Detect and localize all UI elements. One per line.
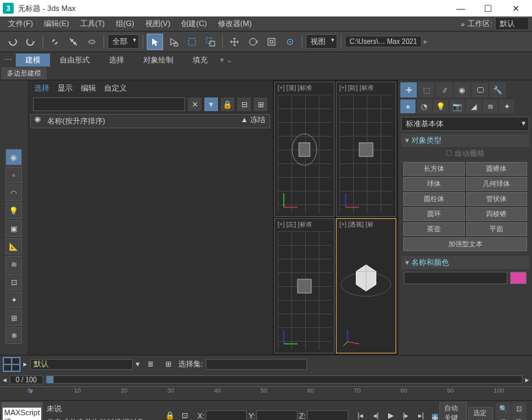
helpers-subtab[interactable]: ◢ xyxy=(466,100,481,113)
layer-dropdown-icon[interactable]: ▾ xyxy=(136,360,140,369)
expand-tree-icon[interactable]: ▸ xyxy=(23,360,27,369)
lights-subtab[interactable]: 💡 xyxy=(433,100,448,113)
display-tab[interactable]: 🖵 xyxy=(472,82,488,97)
display-geom-icon[interactable]: ▫ xyxy=(5,167,22,183)
rotate-button[interactable] xyxy=(245,34,261,50)
hierarchy-tab[interactable]: ⫽ xyxy=(436,82,452,97)
display-cameras-icon[interactable]: ▣ xyxy=(5,220,22,237)
expand-icon[interactable]: ⊞ xyxy=(254,97,267,111)
systems-subtab[interactable]: ✦ xyxy=(499,100,514,113)
namecolor-rollout[interactable]: 名称和颜色 xyxy=(401,256,529,269)
zoom-button[interactable]: 🔍 xyxy=(496,402,511,415)
select-window-button[interactable] xyxy=(202,34,219,50)
timeslider-left-icon[interactable]: ◂ xyxy=(3,375,7,384)
viewport-front-label[interactable]: [+] [前] [标准 xyxy=(339,84,374,93)
display-shapes-icon[interactable]: ◠ xyxy=(5,185,22,201)
motion-tab[interactable]: ◉ xyxy=(454,82,470,97)
placement-button[interactable] xyxy=(282,34,298,50)
maxscript-listener[interactable]: MAXScript 迷 xyxy=(1,402,43,420)
list-col-name[interactable]: 名称(按升序排序) xyxy=(45,115,235,128)
utilities-tab[interactable]: 🔧 xyxy=(489,82,506,97)
viewport-top-label[interactable]: [+] [顶] [标准 xyxy=(278,84,312,93)
object-name-input[interactable] xyxy=(404,272,507,284)
selection-filter-dropdown[interactable]: 全部 xyxy=(108,34,139,49)
lock-selection-icon[interactable]: 🔒 xyxy=(163,409,177,421)
viewport-left-label[interactable]: [+] [左] [标准 xyxy=(278,220,312,229)
scene-search-input[interactable] xyxy=(33,97,185,111)
object-color-swatch[interactable] xyxy=(510,272,527,284)
viewport-top[interactable]: [+] [顶] [标准 xyxy=(274,82,335,217)
viewport-layout-button[interactable] xyxy=(3,357,21,372)
display-bone-icon[interactable]: ✦ xyxy=(5,292,22,308)
display-groups-icon[interactable]: ⊡ xyxy=(5,274,22,290)
menu-modifiers[interactable]: 修改器(M) xyxy=(213,19,258,29)
zoom-all-button[interactable]: ⊡ xyxy=(511,402,527,415)
workspace-dropdown[interactable]: 默认 xyxy=(495,17,529,30)
pyramid-button[interactable]: 四棱锥 xyxy=(466,207,528,221)
selection-set-input[interactable] xyxy=(206,359,307,370)
scene-tab-display[interactable]: 显示 xyxy=(58,83,73,93)
view-icon[interactable]: ⊟ xyxy=(237,97,251,111)
y-input[interactable] xyxy=(256,410,298,420)
select-name-button[interactable] xyxy=(165,34,182,50)
menu-views[interactable]: 视图(V) xyxy=(140,19,176,29)
plane-button[interactable]: 平面 xyxy=(466,222,528,236)
undo-button[interactable] xyxy=(4,34,21,50)
viewport-perspective[interactable]: [+] [透视] [标 xyxy=(336,218,396,353)
isolate-selection-icon[interactable]: ⊡ xyxy=(178,409,192,421)
select-region-rect-button[interactable] xyxy=(184,34,200,50)
play-button[interactable]: ▶ xyxy=(384,409,398,421)
time-track[interactable] xyxy=(46,375,522,384)
maximize-button[interactable]: ☐ xyxy=(474,3,502,14)
teapot-button[interactable]: 茶壶 xyxy=(403,222,465,236)
link-button[interactable] xyxy=(47,34,63,50)
ribbon-tab-freeform[interactable]: 自由形式 xyxy=(50,54,99,67)
close-button[interactable]: ✕ xyxy=(502,3,529,14)
select-button[interactable] xyxy=(147,34,163,50)
geometry-subtab[interactable]: ● xyxy=(400,100,415,113)
goto-start-button[interactable]: |◂ xyxy=(354,409,367,421)
list-col-freeze[interactable]: ▲ 冻结 xyxy=(235,115,269,128)
isolate-icon[interactable]: ⊞ xyxy=(160,357,176,372)
time-ruler[interactable]: ▼ 0102030405060708090100 xyxy=(0,386,532,400)
display-helpers-icon[interactable]: 📐 xyxy=(5,238,22,255)
spacewarps-subtab[interactable]: ≋ xyxy=(483,100,498,113)
viewport-left[interactable]: [+] [左] [标准 xyxy=(274,218,335,353)
menu-tools[interactable]: 工具(T) xyxy=(75,19,110,29)
redo-button[interactable] xyxy=(23,34,39,50)
maxscript-input[interactable]: MAXScript 迷 xyxy=(3,408,41,420)
textplus-button[interactable]: 加强型文本 xyxy=(403,237,527,251)
menu-group[interactable]: 组(G) xyxy=(110,19,140,29)
timeslider-right-icon[interactable]: ▸ xyxy=(525,375,529,384)
bind-button[interactable] xyxy=(84,34,100,50)
display-frozen-icon[interactable]: ❄ xyxy=(5,327,22,344)
ribbon-expand-icon[interactable]: ⋯ xyxy=(0,56,16,65)
ribbon-tab-populate[interactable]: 填充 xyxy=(183,54,217,67)
minimize-button[interactable]: — xyxy=(447,3,474,14)
create-tab[interactable]: ✚ xyxy=(400,82,417,97)
prev-frame-button[interactable]: ◂| xyxy=(369,409,383,421)
cone-button[interactable]: 圆锥体 xyxy=(466,162,528,176)
display-all-icon[interactable]: ◉ xyxy=(5,149,22,165)
shapes-subtab[interactable]: ◔ xyxy=(417,100,432,113)
display-container-icon[interactable]: ⊞ xyxy=(5,310,22,326)
lock-icon[interactable]: 🔒 xyxy=(221,97,234,111)
menu-file[interactable]: 文件(F) xyxy=(3,19,38,29)
z-input[interactable] xyxy=(307,410,348,420)
ribbon-subtab-polymodel[interactable]: 多边形建模 xyxy=(1,67,47,80)
scene-tab-customize[interactable]: 自定义 xyxy=(104,83,127,93)
box-button[interactable]: 长方体 xyxy=(403,162,465,176)
category-dropdown[interactable]: 标准基本体 xyxy=(401,117,529,131)
zoom-extents-button[interactable]: ⊞ xyxy=(496,415,511,420)
goto-end-button[interactable]: ▸| xyxy=(414,409,428,421)
menu-overflow-icon[interactable]: » xyxy=(461,20,465,28)
zoom-extents-all-button[interactable]: ▣ xyxy=(511,415,527,420)
clear-search-icon[interactable]: ✕ xyxy=(188,97,202,111)
selobj-dropdown[interactable]: 选定对象 xyxy=(468,407,492,420)
autogrid-checkbox[interactable]: ☐ xyxy=(446,149,452,157)
viewport-persp-label[interactable]: [+] [透视] [标 xyxy=(339,220,374,229)
unlink-button[interactable] xyxy=(65,34,82,50)
autokey-button[interactable]: 自动关键点 xyxy=(439,402,468,420)
display-lights-icon[interactable]: 💡 xyxy=(5,202,22,219)
next-frame-button[interactable]: |▸ xyxy=(399,409,413,421)
